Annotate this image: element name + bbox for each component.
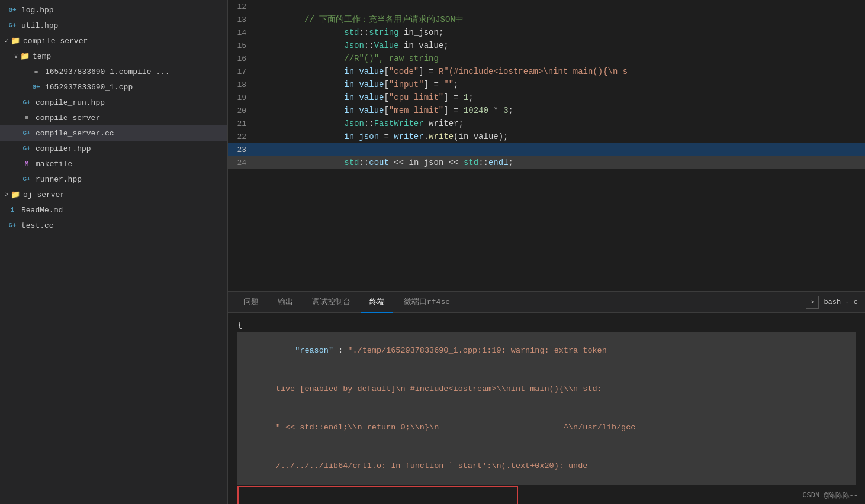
sidebar-item-compiler-hpp[interactable]: G+ compiler.hpp <box>0 141 227 156</box>
sidebar-item-compile-cpp1[interactable]: G+ 1652937833690_1.cpp <box>0 79 227 95</box>
line-number: 20 <box>228 105 255 118</box>
sidebar-item-label: oj_server <box>23 190 65 199</box>
sidebar-item-label: compile_server <box>36 114 100 122</box>
code-line-18: 18 in_value["cpu_limit"] = 1; <box>228 78 865 91</box>
code-line-15: 15 //R"()", raw string <box>228 39 865 52</box>
tab-output[interactable]: 输出 <box>269 292 301 313</box>
sidebar-item-temp-folder[interactable]: ∨ 📁 temp <box>0 49 227 64</box>
main-area: 12 // 下面的工作：充当各用户请求的JSON中 13 std::string… <box>228 0 865 504</box>
sidebar-item-compile-run-hpp[interactable]: G+ compile_run.hpp <box>0 95 227 110</box>
line-number: 12 <box>228 1 255 14</box>
terminal-line-ncollect: ncollect2: error: ld returned 1 exit sta… <box>239 489 517 504</box>
tab-debug[interactable]: 调试控制台 <box>304 292 359 313</box>
sidebar-item-label: 1652937833690_1.compile_... <box>45 67 170 76</box>
watermark: CSDN @陈陈陈-- <box>802 490 858 500</box>
sidebar-item-makefile[interactable]: M makefile <box>0 156 227 172</box>
line-number: 18 <box>228 79 255 92</box>
code-line-16: 16 in_value["code"] = R"(#include<iostre… <box>228 52 865 65</box>
line-number: 22 <box>228 131 255 144</box>
tab-terminal[interactable]: 终端 <box>361 292 393 313</box>
sidebar-item-label: temp <box>33 52 51 61</box>
sidebar-item-label: compiler.hpp <box>36 144 91 153</box>
tab-port[interactable]: 微端口rf4se <box>395 292 458 313</box>
line-number: 14 <box>228 27 255 40</box>
sidebar-item-runner-hpp[interactable]: G+ runner.hpp <box>0 172 227 187</box>
terminal-line-brace-open: { <box>237 319 856 332</box>
code-line-23: 23 std::cout << in_json << std::endl; <box>228 143 865 156</box>
file-icon: ≡ <box>21 112 32 123</box>
line-number: 21 <box>228 118 255 131</box>
cpp-icon: G+ <box>21 97 32 108</box>
panel-tabs: 问题 输出 调试控制台 终端 微端口rf4se > bash - c <box>228 292 865 313</box>
sidebar-item-util-hpp[interactable]: G+ util.hpp <box>0 18 227 33</box>
code-line-13: 13 std::string in_json; <box>228 13 865 26</box>
code-editor: 12 // 下面的工作：充当各用户请求的JSON中 13 std::string… <box>228 0 865 291</box>
terminal-panel: 问题 输出 调试控制台 终端 微端口rf4se > bash - c <box>228 291 865 504</box>
code-content[interactable]: 12 // 下面的工作：充当各用户请求的JSON中 13 std::string… <box>228 0 865 291</box>
md-icon: i <box>7 205 18 215</box>
terminal-line-2: tive [enabled by default]\n #include<ios… <box>237 370 856 408</box>
file-icon: ≡ <box>31 66 41 77</box>
panel-tab-right: > bash - c <box>806 296 858 309</box>
sidebar: G+ log.hpp G+ util.hpp ✓ 📁 compile_serve… <box>0 0 228 504</box>
sidebar-item-test-cc[interactable]: G+ test.cc <box>0 218 227 233</box>
line-number: 23 <box>228 144 255 157</box>
cpp-icon: G+ <box>7 220 18 231</box>
cpp-icon: G+ <box>21 143 32 154</box>
sidebar-item-compile-file1[interactable]: ≡ 1652937833690_1.compile_... <box>0 64 227 79</box>
chevron-right-icon: > <box>5 192 8 198</box>
cpp-icon: G+ <box>31 82 41 92</box>
bash-label: bash - c <box>824 298 858 306</box>
code-line-17: 17 in_value["input"] = ""; <box>228 65 865 78</box>
line-number: 15 <box>228 40 255 53</box>
code-line-20: 20 Json::FastWriter writer; <box>228 104 865 117</box>
code-line-14: 14 Json::Value in_value; <box>228 26 865 39</box>
code-line-22: 22 <box>228 130 865 143</box>
sidebar-item-compile-server-h[interactable]: ≡ compile_server <box>0 110 227 125</box>
line-number: 19 <box>228 92 255 105</box>
line-content <box>255 156 865 169</box>
line-number: 24 <box>228 157 255 170</box>
sidebar-item-label: compile_server.cc <box>36 129 114 138</box>
terminal-line-reason: "reason" : "./temp/1652937833690_1.cpp:1… <box>237 332 856 370</box>
cpp-icon: G+ <box>7 20 18 31</box>
sidebar-item-label: compile_server <box>23 37 88 46</box>
code-line-24: 24 <box>228 156 865 169</box>
terminal-output[interactable]: { "reason" : "./temp/1652937833690_1.cpp… <box>228 313 865 504</box>
line-content <box>255 130 865 143</box>
sidebar-item-label: 1652937833690_1.cpp <box>45 83 133 92</box>
folder-icon: 📁 <box>11 190 20 199</box>
red-box-annotation: ncollect2: error: ld returned 1 exit sta… <box>237 486 518 504</box>
line-number: 13 <box>228 14 255 27</box>
sidebar-item-label: log.hpp <box>21 6 54 15</box>
sidebar-item-label: makefile <box>36 160 72 169</box>
sidebar-item-log-hpp[interactable]: G+ log.hpp <box>0 2 227 18</box>
sidebar-item-compile-server-cc[interactable]: G+ compile_server.cc <box>0 125 227 141</box>
sidebar-item-label: compile_run.hpp <box>36 98 105 107</box>
makefile-icon: M <box>21 159 32 169</box>
sidebar-item-readme[interactable]: i ReadMe.md <box>0 202 227 218</box>
line-number: 16 <box>228 53 255 66</box>
tab-problems[interactable]: 问题 <box>235 292 267 313</box>
cpp-icon: G+ <box>21 128 32 138</box>
cpp-icon: G+ <box>7 5 18 15</box>
terminal-line-4: /../../../lib64/crt1.o: In function `_st… <box>237 447 856 485</box>
chevron-down-icon: ✓ <box>5 37 8 44</box>
folder-icon: 📁 <box>20 51 30 61</box>
sidebar-item-label: util.hpp <box>21 21 58 30</box>
code-line-12: 12 // 下面的工作：充当各用户请求的JSON中 <box>228 0 865 13</box>
line-number: 17 <box>228 66 255 79</box>
chevron-down-icon: ∨ <box>14 53 18 60</box>
code-line-19: 19 in_value["mem_limit"] = 10240 * 3; <box>228 91 865 104</box>
folder-icon: 📁 <box>11 36 20 46</box>
sidebar-item-label: runner.hpp <box>36 175 82 184</box>
chevron-right-button[interactable]: > <box>806 296 819 309</box>
sidebar-item-compile-server-folder[interactable]: ✓ 📁 compile_server <box>0 33 227 49</box>
sidebar-item-label: test.cc <box>21 221 54 230</box>
sidebar-item-label: ReadMe.md <box>21 206 63 215</box>
sidebar-item-oj-server[interactable]: > 📁 oj_server <box>0 187 227 202</box>
code-line-21: 21 in_json = writer.write(in_value); <box>228 117 865 130</box>
terminal-line-3: " << std::endl;\\n return 0;\\n}\n ^\n/u… <box>237 408 856 447</box>
cpp-icon: G+ <box>21 174 32 185</box>
